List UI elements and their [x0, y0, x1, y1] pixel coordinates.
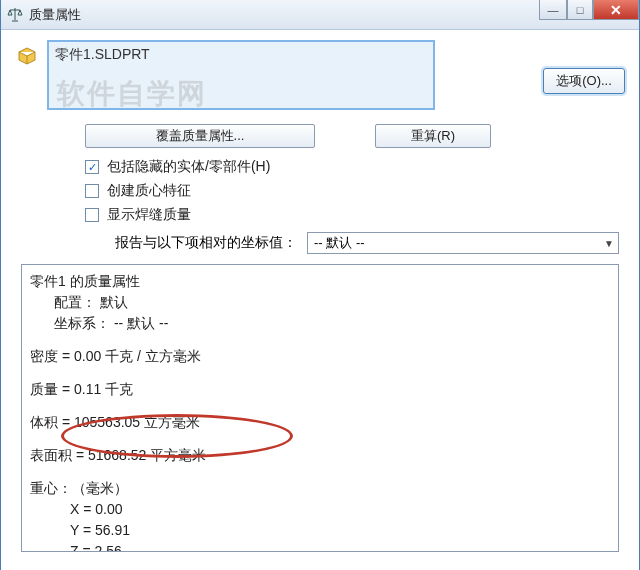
- file-name: 零件1.SLDPRT: [55, 46, 150, 62]
- include-hidden-checkbox[interactable]: [85, 160, 99, 174]
- titlebar[interactable]: 质量属性 — □ ✕: [1, 0, 639, 30]
- results-area: 表面积 = 51668.52 平方毫米: [30, 445, 610, 466]
- results-header: 零件1 的质量属性: [30, 271, 610, 292]
- options-button[interactable]: 选项(O)...: [543, 68, 625, 94]
- window-title: 质量属性: [29, 6, 81, 24]
- results-config: 配置： 默认: [30, 292, 610, 313]
- maximize-button[interactable]: □: [567, 0, 593, 20]
- recalculate-button[interactable]: 重算(R): [375, 124, 491, 148]
- watermark-text: 软件自学网: [57, 80, 207, 108]
- results-centroid-y: Y = 56.91: [30, 520, 610, 541]
- results-density: 密度 = 0.00 千克 / 立方毫米: [30, 346, 610, 367]
- coordinate-system-dropdown[interactable]: -- 默认 -- ▼: [307, 232, 619, 254]
- override-mass-properties-button[interactable]: 覆盖质量属性...: [85, 124, 315, 148]
- report-coord-label: 报告与以下项相对的坐标值：: [115, 234, 297, 252]
- results-coord: 坐标系： -- 默认 --: [30, 313, 610, 334]
- results-centroid-z: Z = 2.56: [30, 541, 610, 552]
- coordinate-system-selected: -- 默认 --: [314, 234, 365, 252]
- close-button[interactable]: ✕: [593, 0, 639, 20]
- part-icon: [15, 44, 39, 68]
- mass-properties-dialog: 质量属性 — □ ✕ 零件1.SLDPRT 软件自学网 选项(O)... 覆盖质…: [0, 0, 640, 570]
- create-com-feature-checkbox[interactable]: [85, 184, 99, 198]
- minimize-button[interactable]: —: [539, 0, 567, 20]
- client-area: 零件1.SLDPRT 软件自学网 选项(O)... 覆盖质量属性... 重算(R…: [1, 30, 639, 570]
- create-com-feature-label: 创建质心特征: [107, 182, 191, 200]
- chevron-down-icon: ▼: [604, 238, 614, 249]
- file-selection-box[interactable]: 零件1.SLDPRT 软件自学网: [47, 40, 435, 110]
- window-controls: — □ ✕: [539, 0, 639, 20]
- show-weld-mass-checkbox[interactable]: [85, 208, 99, 222]
- include-hidden-label: 包括隐藏的实体/零部件(H): [107, 158, 270, 176]
- results-textarea[interactable]: 零件1 的质量属性 配置： 默认 坐标系： -- 默认 -- 密度 = 0.00…: [21, 264, 619, 552]
- results-centroid-x: X = 0.00: [30, 499, 610, 520]
- results-centroid-label: 重心：（毫米）: [30, 478, 610, 499]
- results-mass: 质量 = 0.11 千克: [30, 379, 610, 400]
- scale-icon: [7, 7, 23, 23]
- results-volume: 体积 = 105563.05 立方毫米: [30, 412, 610, 433]
- show-weld-mass-label: 显示焊缝质量: [107, 206, 191, 224]
